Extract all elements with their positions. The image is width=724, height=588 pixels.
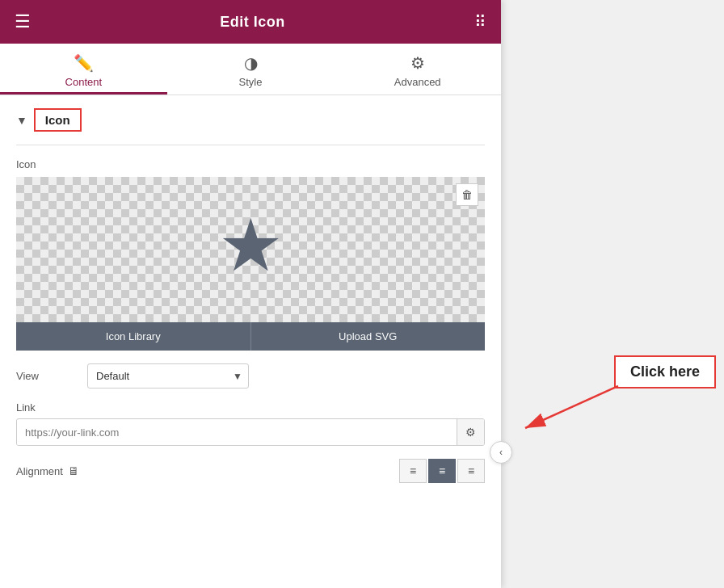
panel-header: ☰ Edit Icon ⠿ (0, 0, 501, 44)
tab-advanced[interactable]: ⚙ Advanced (334, 44, 501, 94)
alignment-text: Alignment (16, 465, 63, 477)
align-center-button[interactable]: ≡ (428, 459, 456, 483)
link-label: Link (16, 401, 485, 414)
tabs-container: ✏️ Content ◑ Style ⚙ Advanced (0, 44, 501, 95)
gear-icon: ⚙ (410, 53, 425, 73)
content-area: ▼ Icon Icon ★ 🗑 Icon Library Upload SVG … (0, 95, 501, 496)
view-field-row: View Default Stacked Framed ▼ (16, 363, 485, 388)
link-input[interactable] (17, 420, 457, 445)
link-section: Link ⚙ (16, 401, 485, 446)
monitor-icon: 🖥 (68, 464, 79, 477)
view-label: View (16, 370, 81, 382)
delete-icon-button[interactable]: 🗑 (456, 183, 478, 206)
alignment-row: Alignment 🖥 ≡ ≡ ≡ (16, 459, 485, 483)
tab-style-label: Style (239, 76, 263, 88)
section-title: Icon (34, 108, 82, 132)
link-input-wrapper: ⚙ (16, 418, 485, 446)
align-left-button[interactable]: ≡ (399, 459, 427, 483)
icon-field-label: Icon (16, 158, 485, 170)
icon-preview-wrapper: ★ 🗑 Icon Library Upload SVG (16, 177, 485, 351)
grid-icon[interactable]: ⠿ (474, 12, 486, 32)
annotation-arrow (501, 315, 724, 477)
link-gear-button[interactable]: ⚙ (457, 419, 484, 445)
collapse-panel-button[interactable]: ‹ (490, 441, 512, 464)
alignment-label: Alignment 🖥 (16, 464, 79, 477)
tab-content[interactable]: ✏️ Content (0, 44, 167, 94)
panel-title: Edit Icon (220, 14, 285, 31)
svg-line-1 (525, 386, 618, 428)
section-header: ▼ Icon (16, 108, 485, 132)
pencil-icon: ✏️ (74, 53, 94, 73)
icon-preview-area: ★ 🗑 (16, 177, 485, 322)
view-select-wrapper: Default Stacked Framed ▼ (87, 363, 249, 388)
view-select[interactable]: Default Stacked Framed (87, 363, 249, 388)
tab-style[interactable]: ◑ Style (167, 44, 335, 94)
star-icon: ★ (218, 209, 284, 282)
hamburger-icon[interactable]: ☰ (15, 11, 31, 32)
annotation-area: Click here (501, 315, 724, 477)
tab-content-label: Content (65, 76, 103, 88)
tab-advanced-label: Advanced (394, 76, 441, 88)
icon-library-button[interactable]: Icon Library (16, 322, 250, 351)
icon-actions: Icon Library Upload SVG (16, 322, 485, 351)
alignment-buttons: ≡ ≡ ≡ (399, 459, 485, 483)
divider (16, 145, 485, 145)
section-toggle[interactable]: ▼ (16, 114, 27, 127)
style-icon: ◑ (244, 53, 258, 73)
upload-svg-button[interactable]: Upload SVG (250, 322, 486, 351)
align-right-button[interactable]: ≡ (457, 459, 485, 483)
click-here-label: Click here (614, 355, 716, 388)
